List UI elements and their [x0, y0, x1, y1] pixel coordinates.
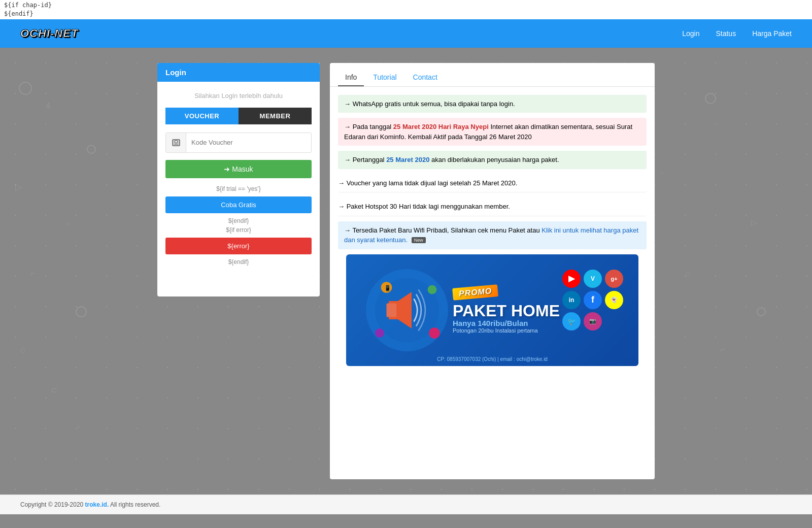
footer-text: Copyright © 2019-2020 — [20, 501, 85, 508]
tabs-container: Info Tutorial Contact — [330, 63, 655, 87]
svg-point-6 — [76, 307, 86, 317]
promo-right-content: PROMO PAKET HOME Hanya 140ribu/Bulan Pot… — [448, 281, 638, 339]
nav-login[interactable]: Login — [682, 29, 699, 38]
login-toggle: VOUCHER MEMBER — [165, 108, 312, 124]
svg-rect-20 — [174, 144, 178, 145]
footer-text-after: All rights reserved. — [110, 501, 160, 508]
error-button[interactable]: ${error} — [165, 238, 312, 254]
masuk-button[interactable]: ➜ Masuk — [165, 160, 312, 178]
svg-point-28 — [375, 328, 384, 338]
footer: Copyright © 2019-2020 troke.id. All righ… — [0, 494, 812, 514]
promo-desc: Potongan 20ribu Instalasi pertama — [453, 327, 538, 334]
svg-text:4: 4 — [46, 102, 50, 110]
info-highlight-nyepi: 25 Maret 2020 Hari Raya Nyepi — [393, 123, 489, 130]
login-card-title: Login — [157, 63, 320, 82]
login-card: Login Silahkan Login terlebih dahulu VOU… — [157, 63, 320, 296]
svg-text:⬦: ⬦ — [66, 219, 70, 227]
main-nav: Login Status Harga Paket — [682, 29, 792, 38]
svg-point-15 — [757, 308, 765, 316]
arrow-icon-2: → — [344, 123, 353, 130]
login-subtitle: Silahkan Login terlebih dahulu — [165, 92, 312, 100]
arrow-icon-5: → — [338, 203, 347, 210]
info-item-hotspot: → Paket Hotspot 30 Hari tidak lagi mengg… — [338, 197, 647, 216]
info-content: → WhatsApp gratis untuk semua, bisa dipa… — [330, 87, 655, 382]
info-text-voucher: Voucher yang lama tidak dijual lagi sete… — [347, 179, 518, 187]
promo-subtitle: Hanya 140ribu/Bulan — [453, 319, 528, 327]
info-text-harga-after: akan diberlakukan penyusaian harga paket… — [431, 156, 559, 163]
arrow-icon-6: → — [344, 226, 352, 234]
info-item-voucher: → Voucher yang lama tidak dijual lagi se… — [338, 174, 647, 193]
info-highlight-harga: 25 Maret 2020 — [386, 156, 429, 163]
tab-info[interactable]: Info — [338, 69, 364, 86]
nav-status[interactable]: Status — [716, 29, 736, 38]
template-if-error-code: ${if error} — [165, 226, 312, 234]
svg-point-0 — [19, 82, 31, 94]
svg-text:▷: ▷ — [751, 218, 758, 227]
promo-illustration: 📱 — [361, 265, 453, 356]
info-text-harga-before: Pertanggal — [353, 156, 387, 163]
login-card-body: Silahkan Login terlebih dahulu VOUCHER M… — [157, 82, 320, 278]
svg-text:4: 4 — [736, 48, 740, 49]
info-text-paket-baru-before: Tersedia Paket Baru Wifi Pribadi, Silahk… — [352, 226, 542, 234]
main-content: 4 ▷ ⬦ ⌐ ◇ ⊂ ○ 4 ⬦ ▷ ◇ ⌐ ○ Login Silahkan… — [0, 48, 812, 494]
svg-rect-24 — [387, 303, 397, 317]
svg-point-10 — [705, 93, 716, 104]
svg-text:⌐: ⌐ — [30, 269, 35, 278]
footer-link[interactable]: troke.id. — [85, 501, 109, 508]
svg-text:◇: ◇ — [20, 346, 26, 354]
svg-text:▷: ▷ — [15, 182, 22, 192]
svg-text:📱: 📱 — [384, 284, 391, 291]
info-text-nyepi-before: Pada tanggal — [353, 123, 393, 130]
arrow-icon: → — [344, 100, 353, 108]
info-item-whatsapp: → WhatsApp gratis untuk semua, bisa dipa… — [338, 95, 647, 113]
tab-contact[interactable]: Contact — [406, 69, 445, 86]
voucher-input-group — [165, 133, 312, 153]
debug-line2: ${endif} — [4, 10, 808, 18]
template-trial-code: ${if trial == 'yes'} — [165, 185, 312, 192]
coba-gratis-button[interactable]: Coba Gratis — [165, 196, 312, 213]
info-text-hotspot: Paket Hotspot 30 Hari tidak lagi menggun… — [347, 203, 510, 210]
header: OCHI-NET Login Status Harga Paket — [0, 19, 812, 48]
voucher-icon — [166, 133, 186, 152]
info-panel: Info Tutorial Contact → WhatsApp gratis … — [330, 63, 655, 479]
svg-point-2 — [87, 145, 95, 153]
info-item-harga: → Pertanggal 25 Maret 2020 akan diberlak… — [338, 151, 647, 169]
svg-point-27 — [428, 285, 437, 294]
new-badge: New — [412, 237, 426, 243]
debug-line1: ${if chap-id} — [4, 1, 808, 10]
site-logo: OCHI-NET — [20, 27, 78, 40]
template-endif1-code: ${endif} — [165, 217, 312, 224]
svg-text:⌐: ⌐ — [721, 345, 725, 354]
arrow-icon-3: → — [344, 156, 353, 163]
member-button[interactable]: MEMBER — [239, 108, 312, 124]
info-item-nyepi: → Pada tanggal 25 Maret 2020 Hari Raya N… — [338, 118, 647, 146]
svg-text:○: ○ — [76, 422, 80, 430]
nav-harga-paket[interactable]: Harga Paket — [752, 29, 792, 38]
voucher-input[interactable] — [186, 135, 311, 150]
tab-tutorial[interactable]: Tutorial — [366, 69, 403, 86]
info-item-paket-baru: → Tersedia Paket Baru Wifi Pribadi, Sila… — [338, 221, 647, 249]
svg-text:⬦: ⬦ — [660, 168, 664, 176]
debug-bar: ${if chap-id} ${endif} — [0, 0, 812, 19]
template-endif2-code: ${endif} — [165, 258, 312, 266]
svg-point-29 — [429, 327, 440, 339]
promo-banner: 📱 PROMO PAKET HOME Hanya 140ribu/Bulan P… — [346, 254, 638, 366]
svg-text:⊂: ⊂ — [51, 386, 57, 394]
promo-badge: PROMO — [452, 284, 498, 301]
svg-text:◇: ◇ — [685, 270, 691, 278]
svg-point-19 — [175, 140, 177, 143]
info-text-whatsapp: WhatsApp gratis untuk semua, bisa dipaka… — [353, 100, 515, 108]
promo-title: PAKET HOME — [453, 303, 560, 319]
arrow-icon-4: → — [338, 179, 347, 187]
promo-contact: CP: 085937007032 (Ochi) | email : ochi@t… — [437, 356, 548, 362]
voucher-button[interactable]: VOUCHER — [165, 108, 239, 124]
